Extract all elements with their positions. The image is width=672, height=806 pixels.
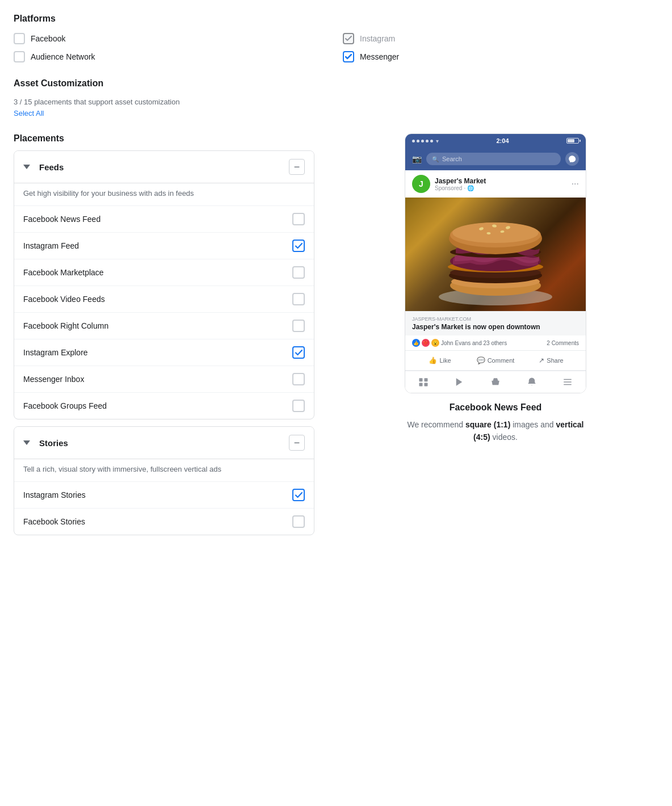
ad-info: Jasper's Market Sponsored · 🌐 bbox=[435, 177, 567, 191]
nav-marketplace[interactable] bbox=[477, 375, 514, 389]
nav-menu[interactable] bbox=[549, 375, 586, 389]
more-options-icon[interactable]: ··· bbox=[572, 179, 579, 189]
ad-headline: Jasper's Market is now open downtown bbox=[412, 323, 579, 331]
facebook-stories-label: Facebook Stories bbox=[23, 517, 85, 526]
instagram-feed-checkbox[interactable] bbox=[292, 240, 305, 252]
facebook-news-feed-checkbox[interactable] bbox=[292, 213, 305, 225]
phone-mockup: ▾ 2:04 📷 🔍 Search bbox=[405, 133, 586, 393]
ad-header: J Jasper's Market Sponsored · 🌐 ··· bbox=[405, 170, 586, 198]
ad-image bbox=[405, 198, 586, 311]
search-icon: 🔍 bbox=[432, 156, 439, 162]
platform-item-instagram: Instagram bbox=[343, 33, 658, 44]
facebook-groups-feed-label: Facebook Groups Feed bbox=[23, 401, 107, 410]
svg-rect-18 bbox=[419, 383, 422, 387]
feeds-description: Get high visibility for your business wi… bbox=[14, 183, 314, 206]
facebook-right-column-label: Facebook Right Column bbox=[23, 321, 108, 330]
search-placeholder-text: Search bbox=[442, 156, 462, 162]
wow-emoji: 😮 bbox=[431, 339, 439, 347]
fb-bottom-nav bbox=[405, 371, 586, 393]
messenger-label: Messenger bbox=[360, 52, 399, 61]
instagram-label: Instagram bbox=[360, 34, 395, 43]
signal-dots: ▾ bbox=[412, 138, 439, 144]
messenger-checkbox[interactable] bbox=[343, 51, 354, 62]
fb-nav-bar: 📷 🔍 Search bbox=[405, 148, 586, 170]
audience-network-label: Audience Network bbox=[31, 52, 95, 61]
comment-label: Comment bbox=[488, 357, 515, 364]
preview-description: We recommend square (1:1) images and ver… bbox=[405, 418, 586, 444]
comment-button[interactable]: 💬 Comment bbox=[468, 353, 523, 368]
nav-notifications[interactable] bbox=[514, 375, 550, 389]
comments-count: 2 Comments bbox=[547, 340, 579, 346]
battery-fill bbox=[568, 139, 574, 142]
messenger-inbox-checkbox[interactable] bbox=[292, 373, 305, 385]
stories-group-header: Stories − bbox=[14, 427, 314, 459]
list-item: Instagram Stories bbox=[14, 482, 314, 509]
signal-dot-2 bbox=[417, 140, 419, 142]
ad-cta: JASPERS-MARKET.COM Jasper's Market is no… bbox=[405, 311, 586, 335]
facebook-video-feeds-checkbox[interactable] bbox=[292, 293, 305, 305]
feeds-minus-button[interactable]: − bbox=[289, 159, 305, 175]
svg-rect-19 bbox=[424, 383, 427, 387]
like-emoji: 👍 bbox=[412, 339, 420, 347]
asset-count-text: 3 / 15 placements that support asset cus… bbox=[14, 98, 658, 106]
preview-info: Facebook News Feed We recommend square (… bbox=[405, 402, 586, 444]
sponsored-label: Sponsored · 🌐 bbox=[435, 185, 567, 191]
stories-minus-button[interactable]: − bbox=[289, 435, 305, 451]
advertiser-name: Jasper's Market bbox=[435, 177, 567, 185]
asset-customization-section: Asset Customization 3 / 15 placements th… bbox=[14, 78, 658, 117]
placements-panel: Placements Feeds − Get high visibility f… bbox=[14, 133, 314, 542]
feeds-collapse-arrow[interactable] bbox=[23, 165, 30, 169]
messenger-inbox-label: Messenger Inbox bbox=[23, 375, 84, 384]
list-item: Instagram Feed bbox=[14, 233, 314, 259]
instagram-checkbox[interactable] bbox=[343, 33, 354, 44]
platforms-grid: Facebook Instagram Audience Network bbox=[14, 33, 658, 62]
share-label: Share bbox=[547, 357, 563, 364]
svg-rect-16 bbox=[419, 378, 422, 381]
share-icon: ↗ bbox=[539, 356, 544, 364]
ad-website-url: JASPERS-MARKET.COM bbox=[412, 316, 579, 322]
instagram-stories-checkbox[interactable] bbox=[292, 489, 305, 501]
audience-network-checkbox[interactable] bbox=[14, 51, 25, 62]
globe-icon: · 🌐 bbox=[464, 185, 474, 191]
facebook-right-column-checkbox[interactable] bbox=[292, 320, 305, 332]
comment-icon: 💬 bbox=[477, 356, 485, 364]
list-item: Facebook Right Column bbox=[14, 313, 314, 339]
preview-title: Facebook News Feed bbox=[405, 402, 586, 413]
share-button[interactable]: ↗ Share bbox=[523, 353, 579, 368]
preview-desc-middle: images and bbox=[510, 420, 556, 429]
list-item: Facebook News Feed bbox=[14, 206, 314, 233]
facebook-video-feeds-label: Facebook Video Feeds bbox=[23, 295, 105, 304]
like-button[interactable]: 👍 Like bbox=[412, 353, 468, 368]
feeds-group-title: Feeds bbox=[37, 162, 289, 172]
nav-video[interactable] bbox=[442, 375, 478, 389]
list-item: Facebook Groups Feed bbox=[14, 393, 314, 419]
facebook-checkbox[interactable] bbox=[14, 33, 25, 44]
facebook-stories-checkbox[interactable] bbox=[292, 515, 305, 528]
facebook-marketplace-checkbox[interactable] bbox=[292, 266, 305, 279]
battery-icon bbox=[566, 138, 579, 144]
signal-dot-5 bbox=[430, 140, 433, 142]
ad-actions: 👍 Like 💬 Comment ↗ Share bbox=[405, 351, 586, 371]
ad-card: J Jasper's Market Sponsored · 🌐 ··· bbox=[405, 170, 586, 393]
feeds-group-header: Feeds − bbox=[14, 151, 314, 183]
select-all-link[interactable]: Select All bbox=[14, 109, 44, 117]
facebook-news-feed-label: Facebook News Feed bbox=[23, 215, 100, 224]
list-item: Facebook Video Feeds bbox=[14, 286, 314, 313]
nav-home[interactable] bbox=[405, 375, 442, 389]
messenger-icon bbox=[565, 152, 579, 166]
stories-collapse-arrow[interactable] bbox=[23, 440, 30, 445]
instagram-explore-checkbox[interactable] bbox=[292, 346, 305, 359]
ad-reactions: 👍 ❤️ 😮 John Evans and 23 others 2 Commen… bbox=[405, 335, 586, 351]
platform-item-messenger: Messenger bbox=[343, 51, 658, 62]
preview-panel: ▾ 2:04 📷 🔍 Search bbox=[333, 133, 658, 444]
fb-search-bar[interactable]: 🔍 Search bbox=[426, 153, 561, 165]
facebook-groups-feed-checkbox[interactable] bbox=[292, 400, 305, 412]
reaction-emojis: 👍 ❤️ 😮 John Evans and 23 others bbox=[412, 339, 507, 347]
minus-icon: − bbox=[294, 162, 300, 172]
stories-group-title: Stories bbox=[37, 438, 289, 448]
signal-dot-4 bbox=[426, 140, 429, 142]
like-icon: 👍 bbox=[429, 356, 437, 364]
signal-dot-3 bbox=[421, 140, 424, 142]
main-layout: Placements Feeds − Get high visibility f… bbox=[14, 133, 658, 542]
asset-customization-title: Asset Customization bbox=[14, 78, 658, 89]
